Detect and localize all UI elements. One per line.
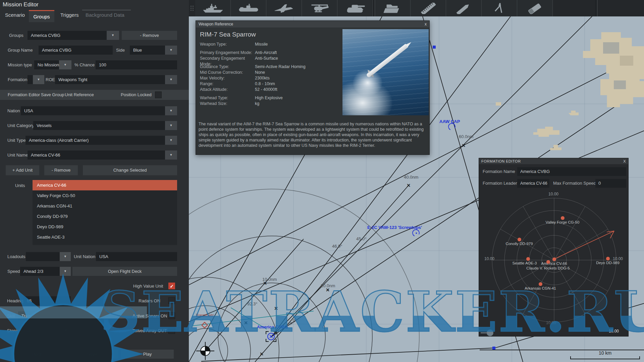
unit-type-select[interactable]: America-class (Aircraft Carrier) [25,136,165,145]
unit-dot[interactable] [539,282,542,286]
unit-dot[interactable] [606,257,610,260]
formation-leader-select[interactable]: America CV-66 [517,179,549,188]
formation-name-input[interactable]: America CVBG [517,167,626,176]
route-handle-square[interactable] [492,347,495,350]
nation-select[interactable]: USA [21,106,165,115]
bullseye-marker[interactable] [200,346,210,356]
position-locked-checkbox[interactable] [155,92,162,98]
unit-dot[interactable] [561,216,565,220]
back-button[interactable]: Back [11,350,63,359]
groups-select[interactable]: America CVBG [28,31,107,40]
unit-category-dropdown-arrow[interactable] [165,121,177,130]
open-file-button[interactable] [375,0,411,16]
formation-editor-titlebar[interactable]: FORMATION EDITOR X [479,158,628,164]
loadouts-dropdown-arrow[interactable] [60,252,71,261]
radars-checkbox[interactable] [168,297,175,304]
roe-select[interactable]: Weapons Tight [55,75,165,84]
speed-dropdown-arrow[interactable] [60,267,71,276]
change-selected-button[interactable]: Change Selected [83,165,177,175]
formation-editor-button[interactable]: Formation Editor [8,90,40,100]
unit-dot[interactable] [518,238,521,241]
loadouts-select[interactable] [26,252,60,261]
toolbar-grip-handle[interactable] [189,0,195,16]
side-dropdown-arrow[interactable] [165,46,177,55]
nation-dropdown-arrow[interactable] [165,106,177,115]
route-handle-square[interactable] [433,46,436,49]
waypoint-x-marker[interactable] [406,183,411,188]
waypoint-x-marker[interactable] [274,306,278,311]
unit-list-item[interactable]: Valley Forge CG-50 [33,190,177,201]
save-button[interactable]: Save [66,350,118,359]
stores-select[interactable]: Full [21,326,60,335]
unit-category-select[interactable]: Vessels [33,121,165,130]
add-unit-button[interactable]: + Add Unit [6,165,39,175]
mission-type-select[interactable]: No Mission [34,60,59,69]
roe-dropdown-arrow[interactable] [165,75,177,84]
chance-input[interactable]: 100 [96,60,177,69]
heading-input[interactable]: 65 [23,296,71,305]
compass-button[interactable] [482,0,517,16]
unit-list-item[interactable]: America CV-66 [33,180,177,190]
tab-triggers[interactable]: Triggers [60,12,78,18]
unit-reference-button[interactable]: Unit Reference [65,90,94,100]
add-tank-button[interactable] [337,0,373,16]
waypoint-x-marker[interactable] [325,288,330,292]
side-label: Side [116,46,125,55]
draw-button[interactable]: ✕ [446,0,482,16]
close-icon[interactable]: x [425,21,427,27]
unit-list-item[interactable]: Claude V. Rickets DDG-5 [33,242,177,245]
range-slider[interactable] [481,329,493,336]
skill-select[interactable]: Trained [18,311,60,320]
unit-list-item[interactable]: Deyo DD-989 [33,222,177,232]
stores-dropdown-arrow[interactable] [60,326,71,335]
units-list[interactable]: America CV-66Valley Forge CG-50Arkansas … [33,180,177,245]
add-aircraft-button[interactable] [266,0,302,16]
play-button[interactable]: Play [121,350,174,359]
group-name-input[interactable]: America CVBG [39,46,113,55]
max-formation-speed-input[interactable]: 0 [595,179,626,188]
add-warship-button[interactable] [195,0,231,16]
towed-array-checkbox[interactable] [168,327,175,334]
save-group-button[interactable]: Save Group [41,90,64,100]
unit-nation-input[interactable]: USA [96,252,177,261]
heading-label: Heading [7,296,23,305]
skill-dropdown-arrow[interactable] [60,311,71,320]
tab-groups[interactable]: Groups [29,10,54,22]
open-flight-deck-button[interactable]: Open Flight Deck [72,267,177,276]
tab-background-data[interactable]: Background Data [86,12,124,18]
measure-button[interactable] [411,0,446,16]
waypoint-x-marker[interactable] [461,143,466,148]
unit-dot[interactable] [552,257,556,261]
formation-dropdown-arrow[interactable] [33,75,44,84]
weapon-reference-titlebar[interactable]: Weapon Reference x [196,21,429,27]
america-cvbg-group-symbol[interactable]: ✕ [266,331,276,342]
erase-button[interactable] [517,0,553,16]
close-icon[interactable]: X [623,158,626,164]
formation-select[interactable] [28,75,33,84]
remove-group-button[interactable]: - Remove [122,31,177,40]
unit-name-dropdown-arrow[interactable] [165,150,177,160]
unit-list-item[interactable]: Seattle AOE-3 [33,232,177,242]
unit-list-item[interactable]: Conolly DD-979 [33,211,177,222]
active-sonars-checkbox[interactable] [168,312,175,319]
map-label: America CVBG [257,324,288,329]
waypoint-x-marker[interactable] [244,320,248,325]
unit-dot[interactable] [526,257,530,261]
add-submarine-button[interactable] [231,0,266,16]
side-select[interactable]: Blue [130,46,165,55]
mission-type-dropdown-arrow[interactable] [59,60,71,69]
high-value-unit-checkbox[interactable] [168,283,175,289]
remove-unit-button[interactable]: - Remove [44,165,78,175]
unit-dot[interactable] [546,260,550,264]
unit-name-select[interactable]: America CV-66 [28,150,165,160]
add-helicopter-button[interactable] [302,0,337,16]
waypoint-x-marker[interactable] [259,352,264,356]
speed-select[interactable]: Ahead 2/3 [20,267,60,276]
unit-list-item[interactable]: Arkansas CGN-41 [33,201,177,211]
scale-label: 10 km [570,350,640,356]
spec-label: Warhead Type: [200,95,255,101]
tab-scenario[interactable]: Scenario [5,12,25,18]
surface-group-icon: ✕ [267,333,275,340]
groups-dropdown-arrow[interactable] [107,31,119,40]
unit-type-dropdown-arrow[interactable] [165,136,177,145]
